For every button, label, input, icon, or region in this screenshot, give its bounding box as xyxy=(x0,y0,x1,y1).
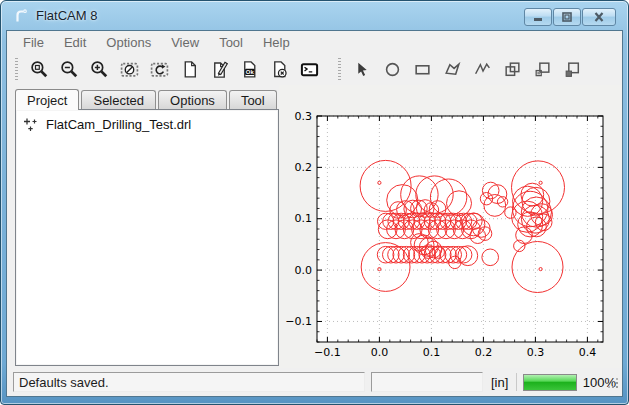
save-defaults-icon: Ok xyxy=(240,60,259,79)
tab-selected[interactable]: Selected xyxy=(81,90,156,109)
minimize-button[interactable] xyxy=(524,8,552,26)
svg-text:0.4: 0.4 xyxy=(578,346,596,359)
close-icon xyxy=(591,11,607,23)
polygon-tool-button[interactable] xyxy=(437,56,467,82)
union-tool-button[interactable] xyxy=(497,56,527,82)
status-bar: Defaults saved. [in] 100% xyxy=(7,368,622,396)
path-tool-button[interactable] xyxy=(467,56,497,82)
svg-text:0.2: 0.2 xyxy=(474,346,492,359)
zoom-in-button[interactable] xyxy=(84,56,114,82)
svg-text:−0.1: −0.1 xyxy=(285,315,312,328)
zoom-out-icon xyxy=(60,60,79,79)
delete-object-button[interactable] xyxy=(264,56,294,82)
open-project-icon xyxy=(210,60,229,79)
delete-object-icon xyxy=(270,60,289,79)
title-bar[interactable]: FlatCAM 8 xyxy=(1,1,628,30)
units-label: [in] xyxy=(489,375,510,390)
shell-button[interactable] xyxy=(294,56,324,82)
menu-view[interactable]: View xyxy=(161,33,209,52)
resize-grip[interactable] xyxy=(608,375,619,393)
svg-text:Ok: Ok xyxy=(245,68,254,74)
svg-text:0.0: 0.0 xyxy=(294,264,312,277)
select-tool-button[interactable] xyxy=(347,56,377,82)
new-project-icon xyxy=(180,60,199,79)
polygon-tool-icon xyxy=(443,60,462,79)
svg-text:−0.1: −0.1 xyxy=(314,346,341,359)
toolbar-drag-handle[interactable] xyxy=(15,58,18,80)
tab-tool[interactable]: Tool xyxy=(229,90,277,109)
project-tree: FlatCam_Drilling_Test.drl xyxy=(15,109,279,366)
select-tool-icon xyxy=(353,60,372,79)
path-tool-icon xyxy=(473,60,492,79)
new-project-button[interactable] xyxy=(174,56,204,82)
drill-object-icon xyxy=(22,116,39,133)
union-tool-icon xyxy=(503,60,522,79)
copy-tool-button[interactable] xyxy=(557,56,587,82)
zoom-fit-icon xyxy=(30,60,49,79)
svg-text:0.1: 0.1 xyxy=(294,212,312,225)
copy-tool-icon xyxy=(563,60,582,79)
plot-canvas[interactable]: −0.10.00.10.20.30.4−0.10.00.10.20.3 xyxy=(279,85,622,368)
move-tool-button[interactable] xyxy=(527,56,557,82)
menu-bar: File Edit Options View Tool Help xyxy=(7,31,622,53)
clear-plot-icon xyxy=(120,60,139,79)
circle-tool-icon xyxy=(383,60,402,79)
move-tool-icon xyxy=(533,60,552,79)
menu-options[interactable]: Options xyxy=(96,33,161,52)
menu-edit[interactable]: Edit xyxy=(54,33,96,52)
replot-button[interactable] xyxy=(144,56,174,82)
toolbar: Ok xyxy=(7,53,622,85)
notebook-tabbar: Project Selected Options Tool xyxy=(15,88,279,109)
flatcam-logo-icon xyxy=(12,7,29,24)
status-field-2 xyxy=(371,372,483,392)
toolbar2-drag-handle[interactable] xyxy=(338,58,341,80)
menu-file[interactable]: File xyxy=(13,33,54,52)
circle-tool-button[interactable] xyxy=(377,56,407,82)
progress-bar xyxy=(523,374,576,391)
zoom-out-button[interactable] xyxy=(54,56,84,82)
svg-text:0.1: 0.1 xyxy=(422,346,440,359)
zoom-in-icon xyxy=(90,60,109,79)
app-window: FlatCAM 8 File Edit Options View Tool He… xyxy=(0,0,629,405)
zoom-fit-button[interactable] xyxy=(24,56,54,82)
menu-tool[interactable]: Tool xyxy=(209,33,253,52)
window-title: FlatCAM 8 xyxy=(36,8,97,23)
close-button[interactable] xyxy=(582,8,616,26)
status-separator xyxy=(516,373,517,391)
svg-text:0.2: 0.2 xyxy=(294,161,312,174)
tree-item-drill-object[interactable]: FlatCam_Drilling_Test.drl xyxy=(20,114,274,135)
replot-icon xyxy=(150,60,169,79)
shell-icon xyxy=(300,60,319,79)
svg-text:0.3: 0.3 xyxy=(294,110,312,123)
svg-text:0.0: 0.0 xyxy=(370,346,388,359)
status-message: Defaults saved. xyxy=(19,375,109,390)
maximize-button[interactable] xyxy=(553,8,581,26)
rectangle-tool-button[interactable] xyxy=(407,56,437,82)
progress-fill xyxy=(524,375,575,390)
minimize-icon xyxy=(530,11,546,23)
drill-plot[interactable]: −0.10.00.10.20.30.4−0.10.00.10.20.3 xyxy=(279,85,629,370)
open-project-button[interactable] xyxy=(204,56,234,82)
menu-help[interactable]: Help xyxy=(253,33,300,52)
tab-options[interactable]: Options xyxy=(158,90,227,109)
maximize-icon xyxy=(559,11,575,23)
rectangle-tool-icon xyxy=(413,60,432,79)
svg-text:0.3: 0.3 xyxy=(526,346,544,359)
status-message-panel: Defaults saved. xyxy=(13,372,365,392)
clear-plot-button[interactable] xyxy=(114,56,144,82)
tree-item-label: FlatCam_Drilling_Test.drl xyxy=(46,117,191,132)
save-defaults-button[interactable]: Ok xyxy=(234,56,264,82)
tab-project[interactable]: Project xyxy=(15,89,79,110)
